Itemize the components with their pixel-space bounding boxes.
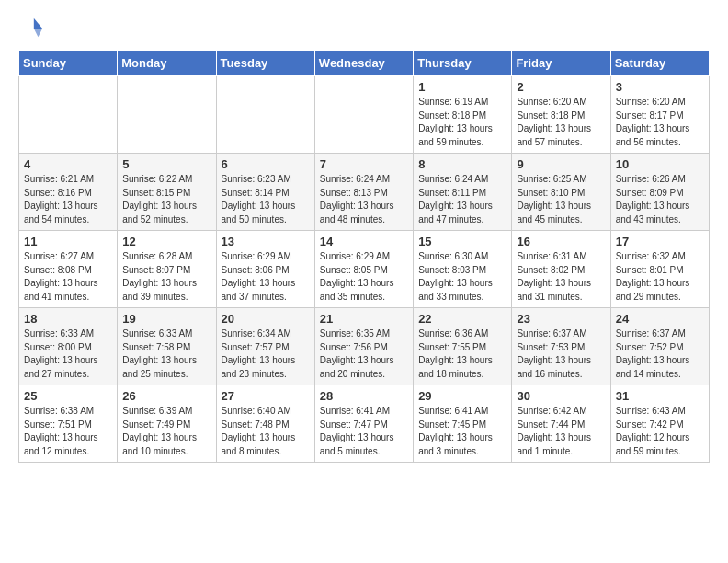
day-info: Sunrise: 6:36 AM Sunset: 7:55 PM Dayligh… <box>418 327 506 381</box>
day-number: 8 <box>418 157 506 171</box>
day-number: 24 <box>616 312 704 326</box>
day-number: 29 <box>418 389 506 403</box>
day-number: 4 <box>24 157 112 171</box>
calendar-header-thursday: Thursday <box>414 51 512 76</box>
svg-marker-0 <box>34 18 42 29</box>
day-number: 31 <box>616 389 704 403</box>
day-info: Sunrise: 6:43 AM Sunset: 7:42 PM Dayligh… <box>616 405 704 458</box>
day-info: Sunrise: 6:42 AM Sunset: 7:44 PM Dayligh… <box>517 405 605 458</box>
calendar-cell: 19Sunrise: 6:33 AM Sunset: 7:58 PM Dayli… <box>118 308 216 385</box>
day-info: Sunrise: 6:30 AM Sunset: 8:03 PM Dayligh… <box>418 250 506 304</box>
calendar-cell: 12Sunrise: 6:28 AM Sunset: 8:07 PM Dayli… <box>118 231 216 308</box>
day-number: 25 <box>24 389 112 403</box>
day-info: Sunrise: 6:41 AM Sunset: 7:45 PM Dayligh… <box>418 405 506 458</box>
day-number: 11 <box>24 235 112 248</box>
calendar-cell: 29Sunrise: 6:41 AM Sunset: 7:45 PM Dayli… <box>414 385 512 463</box>
day-info: Sunrise: 6:20 AM Sunset: 8:17 PM Dayligh… <box>616 96 704 149</box>
day-number: 5 <box>122 157 210 171</box>
day-info: Sunrise: 6:28 AM Sunset: 8:07 PM Dayligh… <box>122 250 210 304</box>
calendar-cell: 4Sunrise: 6:21 AM Sunset: 8:16 PM Daylig… <box>19 154 118 231</box>
calendar-header-tuesday: Tuesday <box>216 51 314 76</box>
calendar-cell: 3Sunrise: 6:20 AM Sunset: 8:17 PM Daylig… <box>610 76 709 154</box>
header-row: SundayMondayTuesdayWednesdayThursdayFrid… <box>19 51 710 76</box>
calendar-header-saturday: Saturday <box>610 51 709 76</box>
calendar-cell: 21Sunrise: 6:35 AM Sunset: 7:56 PM Dayli… <box>314 308 413 385</box>
day-info: Sunrise: 6:19 AM Sunset: 8:18 PM Dayligh… <box>418 96 506 149</box>
day-number: 9 <box>517 157 605 171</box>
calendar-header-sunday: Sunday <box>19 51 118 76</box>
day-info: Sunrise: 6:26 AM Sunset: 8:09 PM Dayligh… <box>616 173 704 226</box>
day-info: Sunrise: 6:24 AM Sunset: 8:11 PM Dayligh… <box>418 173 506 226</box>
day-info: Sunrise: 6:21 AM Sunset: 8:16 PM Dayligh… <box>24 173 112 226</box>
day-number: 22 <box>418 312 506 326</box>
day-number: 23 <box>517 312 605 326</box>
calendar-cell: 2Sunrise: 6:20 AM Sunset: 8:18 PM Daylig… <box>512 76 610 154</box>
day-info: Sunrise: 6:22 AM Sunset: 8:15 PM Dayligh… <box>122 173 210 226</box>
day-info: Sunrise: 6:27 AM Sunset: 8:08 PM Dayligh… <box>24 250 112 304</box>
day-number: 28 <box>320 389 408 403</box>
calendar-cell <box>118 76 216 154</box>
calendar-cell: 20Sunrise: 6:34 AM Sunset: 7:57 PM Dayli… <box>216 308 314 385</box>
day-number: 2 <box>517 80 605 94</box>
calendar-cell: 17Sunrise: 6:32 AM Sunset: 8:01 PM Dayli… <box>610 231 709 308</box>
day-number: 1 <box>418 80 506 94</box>
day-number: 30 <box>517 389 605 403</box>
day-number: 15 <box>418 235 506 248</box>
calendar-cell <box>216 76 314 154</box>
day-number: 21 <box>320 312 408 326</box>
svg-marker-1 <box>34 29 42 37</box>
calendar-cell: 25Sunrise: 6:38 AM Sunset: 7:51 PM Dayli… <box>19 385 118 463</box>
day-number: 3 <box>616 80 704 94</box>
day-info: Sunrise: 6:29 AM Sunset: 8:06 PM Dayligh… <box>222 250 310 304</box>
day-info: Sunrise: 6:37 AM Sunset: 7:53 PM Dayligh… <box>517 327 605 381</box>
calendar-cell <box>314 76 413 154</box>
calendar-cell: 10Sunrise: 6:26 AM Sunset: 8:09 PM Dayli… <box>610 154 709 231</box>
calendar-cell: 11Sunrise: 6:27 AM Sunset: 8:08 PM Dayli… <box>19 231 118 308</box>
calendar-cell: 16Sunrise: 6:31 AM Sunset: 8:02 PM Dayli… <box>512 231 610 308</box>
calendar-cell <box>19 76 118 154</box>
day-info: Sunrise: 6:23 AM Sunset: 8:14 PM Dayligh… <box>222 173 310 226</box>
day-info: Sunrise: 6:32 AM Sunset: 8:01 PM Dayligh… <box>616 250 704 304</box>
calendar-cell: 5Sunrise: 6:22 AM Sunset: 8:15 PM Daylig… <box>118 154 216 231</box>
day-number: 16 <box>517 235 605 248</box>
day-info: Sunrise: 6:34 AM Sunset: 7:57 PM Dayligh… <box>222 327 310 381</box>
calendar-week-2: 4Sunrise: 6:21 AM Sunset: 8:16 PM Daylig… <box>19 154 710 231</box>
calendar-cell: 31Sunrise: 6:43 AM Sunset: 7:42 PM Dayli… <box>610 385 709 463</box>
calendar-week-5: 25Sunrise: 6:38 AM Sunset: 7:51 PM Dayli… <box>19 385 710 463</box>
calendar-cell: 22Sunrise: 6:36 AM Sunset: 7:55 PM Dayli… <box>414 308 512 385</box>
day-number: 10 <box>616 157 704 171</box>
calendar-cell: 30Sunrise: 6:42 AM Sunset: 7:44 PM Dayli… <box>512 385 610 463</box>
day-info: Sunrise: 6:20 AM Sunset: 8:18 PM Dayligh… <box>517 96 605 149</box>
logo-icon <box>18 15 44 40</box>
day-info: Sunrise: 6:40 AM Sunset: 7:48 PM Dayligh… <box>222 405 310 458</box>
logo <box>18 15 50 40</box>
calendar-cell: 27Sunrise: 6:40 AM Sunset: 7:48 PM Dayli… <box>216 385 314 463</box>
calendar-cell: 7Sunrise: 6:24 AM Sunset: 8:13 PM Daylig… <box>314 154 413 231</box>
calendar-cell: 14Sunrise: 6:29 AM Sunset: 8:05 PM Dayli… <box>314 231 413 308</box>
day-info: Sunrise: 6:29 AM Sunset: 8:05 PM Dayligh… <box>320 250 408 304</box>
calendar-cell: 23Sunrise: 6:37 AM Sunset: 7:53 PM Dayli… <box>512 308 610 385</box>
calendar-cell: 18Sunrise: 6:33 AM Sunset: 8:00 PM Dayli… <box>19 308 118 385</box>
calendar-cell: 24Sunrise: 6:37 AM Sunset: 7:52 PM Dayli… <box>610 308 709 385</box>
day-number: 6 <box>222 157 310 171</box>
calendar-header-wednesday: Wednesday <box>314 51 413 76</box>
day-info: Sunrise: 6:38 AM Sunset: 7:51 PM Dayligh… <box>24 405 112 458</box>
calendar-body: 1Sunrise: 6:19 AM Sunset: 8:18 PM Daylig… <box>19 76 710 463</box>
day-number: 7 <box>320 157 408 171</box>
day-info: Sunrise: 6:35 AM Sunset: 7:56 PM Dayligh… <box>320 327 408 381</box>
calendar-cell: 26Sunrise: 6:39 AM Sunset: 7:49 PM Dayli… <box>118 385 216 463</box>
calendar-header-monday: Monday <box>118 51 216 76</box>
calendar-header: SundayMondayTuesdayWednesdayThursdayFrid… <box>19 51 710 76</box>
day-info: Sunrise: 6:33 AM Sunset: 7:58 PM Dayligh… <box>122 327 210 381</box>
day-number: 12 <box>122 235 210 248</box>
calendar-week-3: 11Sunrise: 6:27 AM Sunset: 8:08 PM Dayli… <box>19 231 710 308</box>
day-number: 13 <box>222 235 310 248</box>
calendar-cell: 13Sunrise: 6:29 AM Sunset: 8:06 PM Dayli… <box>216 231 314 308</box>
calendar-cell: 9Sunrise: 6:25 AM Sunset: 8:10 PM Daylig… <box>512 154 610 231</box>
day-info: Sunrise: 6:25 AM Sunset: 8:10 PM Dayligh… <box>517 173 605 226</box>
calendar-week-1: 1Sunrise: 6:19 AM Sunset: 8:18 PM Daylig… <box>19 76 710 154</box>
day-info: Sunrise: 6:37 AM Sunset: 7:52 PM Dayligh… <box>616 327 704 381</box>
calendar-table: SundayMondayTuesdayWednesdayThursdayFrid… <box>18 50 710 463</box>
day-number: 14 <box>320 235 408 248</box>
page: SundayMondayTuesdayWednesdayThursdayFrid… <box>0 0 728 477</box>
